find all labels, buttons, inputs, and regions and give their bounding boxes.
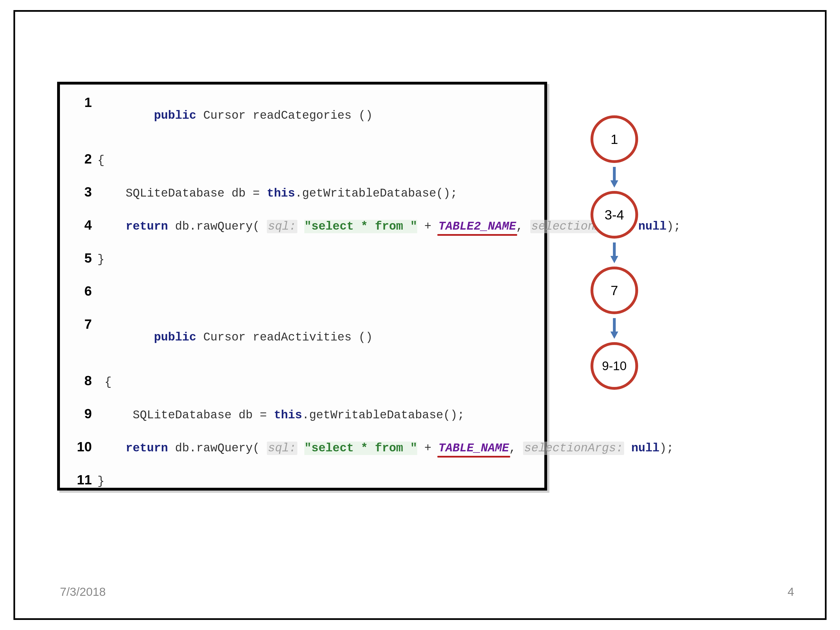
keyword-null: null (631, 442, 659, 455)
keyword-this: this (267, 187, 295, 200)
code-line-3: 3 SQLiteDatabase db = this.getWritableDa… (68, 185, 533, 199)
code-line-7: 7 public Cursor readActivities () (68, 317, 533, 355)
svg-marker-1 (610, 180, 618, 188)
flow-node-2: 3-4 (591, 191, 638, 238)
line-number: 6 (68, 284, 92, 298)
const-table-name: TABLE_NAME (439, 442, 509, 455)
const-table2-name: TABLE2_NAME (439, 220, 516, 233)
code-line-5: 5 } (68, 251, 533, 265)
keyword-public: public (154, 331, 196, 344)
flow-node-3: 7 (591, 267, 638, 314)
footer-page-number: 4 (788, 585, 794, 598)
underlined-const: TABLE_NAME (439, 442, 509, 454)
line-number: 5 (68, 251, 92, 265)
flow-diagram: 1 3-4 7 9-10 (581, 115, 648, 390)
line-number: 3 (68, 185, 92, 199)
code-line-10: 10 return db.rawQuery( sql: "select * fr… (68, 440, 533, 454)
code-line-1: 1 public Cursor readCategories () (68, 96, 533, 133)
flow-arrow-icon (581, 242, 648, 264)
line-number: 10 (68, 440, 92, 453)
line-number: 7 (68, 317, 92, 331)
footer-date: 7/3/2018 (60, 585, 106, 598)
code-box: 1 public Cursor readCategories () 2 { 3 … (57, 82, 547, 491)
string-literal: "select * from " (304, 442, 417, 455)
code-line-11: 11 } (68, 473, 533, 487)
code-line-4: 4 return db.rawQuery( sql: "select * fro… (68, 218, 533, 232)
svg-marker-3 (610, 256, 618, 263)
line-number: 2 (68, 152, 92, 166)
keyword-return: return (126, 442, 168, 455)
svg-marker-5 (610, 332, 618, 339)
underlined-const: TABLE2_NAME (439, 221, 516, 232)
param-hint-selectionargs: selectionArgs: (523, 442, 624, 455)
line-number: 8 (68, 374, 92, 387)
keyword-return: return (126, 220, 168, 233)
flow-node-4: 9-10 (591, 342, 638, 390)
keyword-this: this (274, 409, 302, 422)
code-line-2: 2 { (68, 152, 533, 166)
line-number: 11 (68, 473, 92, 486)
param-hint-sql: sql: (267, 220, 297, 233)
flow-node-1: 1 (591, 115, 638, 163)
line-number: 9 (68, 407, 92, 420)
code-line-8: 8 { (68, 374, 533, 388)
param-hint-sql: sql: (267, 442, 297, 455)
code-line-6: 6 (68, 284, 533, 298)
string-literal: "select * from " (304, 220, 417, 233)
keyword-public: public (154, 109, 196, 122)
slide-frame: 1 public Cursor readCategories () 2 { 3 … (13, 10, 827, 620)
flow-arrow-icon (581, 166, 648, 188)
line-number: 4 (68, 218, 92, 232)
code-line-9: 9 SQLiteDatabase db = this.getWritableDa… (68, 407, 533, 421)
flow-arrow-icon (581, 317, 648, 339)
line-number: 1 (68, 96, 92, 109)
